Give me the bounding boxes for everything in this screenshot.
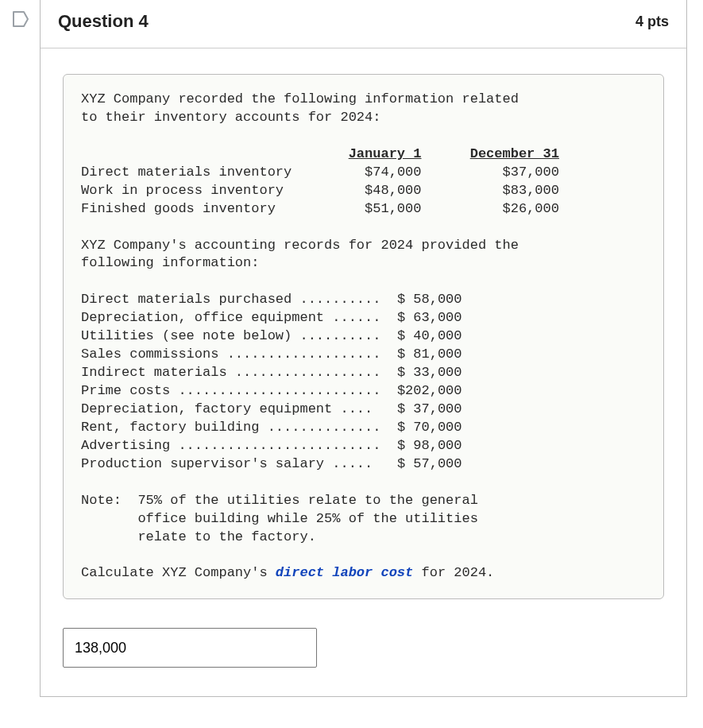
question-content: XYZ Company recorded the following infor… (63, 74, 664, 599)
inv-label: Work in process inventory (81, 183, 284, 198)
table-header-dec: December 31 (470, 146, 559, 161)
marker-column (0, 0, 40, 29)
question-header: Question 4 4 pts (41, 0, 686, 48)
calc-suffix: for 2024. (413, 565, 494, 580)
rec-label: Production supervisor's salary ..... (81, 456, 373, 471)
rec-label: Depreciation, office equipment ...... (81, 310, 380, 325)
intro-line: to their inventory accounts for 2024: (81, 110, 380, 125)
question-title: Question 4 (58, 11, 149, 32)
inv-label: Finished goods inventory (81, 201, 276, 216)
question-body: XYZ Company recorded the following infor… (41, 48, 686, 696)
note-line: office building while 25% of the utiliti… (81, 511, 478, 526)
rec-val: $ 63,000 (397, 310, 462, 325)
rec-val: $ 40,000 (397, 328, 462, 343)
rec-label: Sales commissions ................... (81, 347, 380, 362)
answer-row (63, 628, 664, 668)
rec-label: Direct materials purchased .......... (81, 292, 380, 307)
rec-label: Indirect materials .................. (81, 365, 380, 380)
rec-label: Utilities (see note below) .......... (81, 328, 380, 343)
answer-input[interactable] (63, 628, 317, 668)
question-points: 4 pts (635, 14, 669, 30)
rec-val: $202,000 (397, 383, 462, 398)
question-card: Question 4 4 pts XYZ Company recorded th… (40, 0, 687, 697)
note-line: Note: 75% of the utilities relate to the… (81, 493, 478, 508)
inv-dec: $83,000 (503, 183, 559, 198)
table-header-jan: January 1 (349, 146, 422, 161)
rec-label: Prime costs ......................... (81, 383, 380, 398)
inv-jan: $48,000 (365, 183, 421, 198)
mid-line: following information: (81, 255, 259, 270)
inv-label: Direct materials inventory (81, 165, 292, 180)
rec-val: $ 33,000 (397, 365, 462, 380)
rec-val: $ 81,000 (397, 347, 462, 362)
intro-line: XYZ Company recorded the following infor… (81, 91, 519, 106)
question-container: Question 4 4 pts XYZ Company recorded th… (0, 0, 703, 697)
inv-dec: $37,000 (503, 165, 559, 180)
rec-val: $ 58,000 (397, 292, 462, 307)
bookmark-icon (10, 10, 29, 29)
rec-val: $ 98,000 (397, 438, 462, 453)
rec-val: $ 37,000 (397, 401, 462, 416)
rec-label: Depreciation, factory equipment .... (81, 401, 373, 416)
inv-dec: $26,000 (503, 201, 559, 216)
rec-label: Advertising ......................... (81, 438, 380, 453)
inv-jan: $51,000 (365, 201, 421, 216)
mid-line: XYZ Company's accounting records for 202… (81, 238, 519, 253)
rec-label: Rent, factory building .............. (81, 420, 380, 435)
calc-emphasis: direct labor cost (276, 565, 413, 580)
rec-val: $ 70,000 (397, 420, 462, 435)
inv-jan: $74,000 (365, 165, 421, 180)
calc-prefix: Calculate XYZ Company's (81, 565, 276, 580)
rec-val: $ 57,000 (397, 456, 462, 471)
note-line: relate to the factory. (81, 529, 316, 544)
